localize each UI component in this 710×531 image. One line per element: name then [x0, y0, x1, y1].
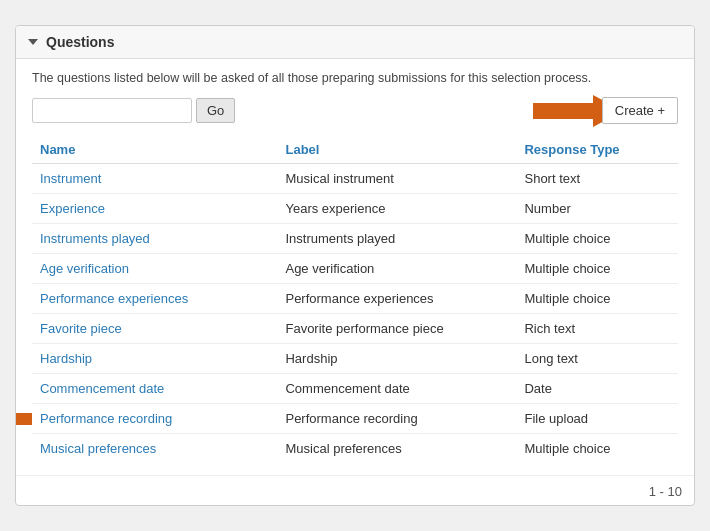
table-row: HardshipHardshipLong text	[32, 344, 678, 374]
question-label: Commencement date	[277, 374, 516, 404]
question-response-type: Multiple choice	[516, 254, 678, 284]
table-row: ExperienceYears experienceNumber	[32, 194, 678, 224]
question-response-type: Date	[516, 374, 678, 404]
col-header-response-type: Response Type	[516, 136, 678, 164]
question-label: Musical preferences	[277, 434, 516, 464]
questions-panel: Questions The questions listed below wil…	[15, 25, 695, 506]
question-name-link[interactable]: Experience	[40, 201, 105, 216]
description-text: The questions listed below will be asked…	[32, 71, 678, 85]
questions-table: Name Label Response Type InstrumentMusic…	[32, 136, 678, 463]
question-name-link[interactable]: Instrument	[40, 171, 101, 186]
table-row: Performance recordingPerformance recordi…	[32, 404, 678, 434]
search-area: Go	[32, 98, 235, 123]
table-row: InstrumentMusical instrumentShort text	[32, 164, 678, 194]
search-input[interactable]	[32, 98, 192, 123]
col-header-label: Label	[277, 136, 516, 164]
question-label: Hardship	[277, 344, 516, 374]
table-row: Commencement dateCommencement dateDate	[32, 374, 678, 404]
question-name-link[interactable]: Instruments played	[40, 231, 150, 246]
table-row: Favorite pieceFavorite performance piece…	[32, 314, 678, 344]
left-arrow-icon	[15, 405, 32, 433]
table-row: Musical preferencesMusical preferencesMu…	[32, 434, 678, 464]
create-button[interactable]: Create +	[602, 97, 678, 124]
question-label: Age verification	[277, 254, 516, 284]
question-response-type: Long text	[516, 344, 678, 374]
question-label: Musical instrument	[277, 164, 516, 194]
question-label: Performance experiences	[277, 284, 516, 314]
question-response-type: File upload	[516, 404, 678, 434]
question-name-link[interactable]: Hardship	[40, 351, 92, 366]
question-name-link[interactable]: Favorite piece	[40, 321, 122, 336]
panel-header: Questions	[16, 26, 694, 59]
col-header-name: Name	[32, 136, 277, 164]
question-name-link[interactable]: Performance recording	[40, 411, 172, 426]
svg-marker-1	[15, 405, 32, 433]
question-label: Performance recording	[277, 404, 516, 434]
question-name-link[interactable]: Age verification	[40, 261, 129, 276]
table-row: Instruments playedInstruments playedMult…	[32, 224, 678, 254]
panel-title: Questions	[46, 34, 114, 50]
question-label: Favorite performance piece	[277, 314, 516, 344]
question-response-type: Multiple choice	[516, 284, 678, 314]
go-button[interactable]: Go	[196, 98, 235, 123]
table-header-row: Name Label Response Type	[32, 136, 678, 164]
question-name-link[interactable]: Performance experiences	[40, 291, 188, 306]
table-row: Age verificationAge verificationMultiple…	[32, 254, 678, 284]
question-label: Instruments played	[277, 224, 516, 254]
panel-body: The questions listed below will be asked…	[16, 59, 694, 475]
toolbar: Go Create +	[32, 97, 678, 124]
question-response-type: Short text	[516, 164, 678, 194]
pagination: 1 - 10	[16, 475, 694, 505]
question-name-link[interactable]: Musical preferences	[40, 441, 156, 456]
question-response-type: Multiple choice	[516, 434, 678, 464]
table-row: Performance experiencesPerformance exper…	[32, 284, 678, 314]
toggle-icon[interactable]	[28, 39, 38, 45]
question-response-type: Multiple choice	[516, 224, 678, 254]
question-name-link[interactable]: Commencement date	[40, 381, 164, 396]
question-response-type: Rich text	[516, 314, 678, 344]
question-response-type: Number	[516, 194, 678, 224]
performance-recording-arrow-wrapper: Performance recording	[40, 411, 172, 426]
question-label: Years experience	[277, 194, 516, 224]
